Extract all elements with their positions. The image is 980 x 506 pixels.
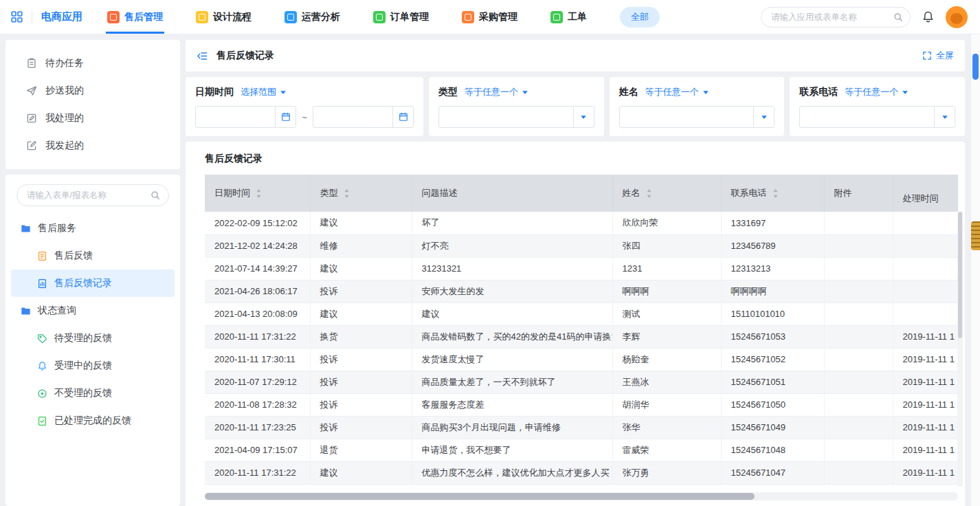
table-row[interactable]: 2022-02-09 15:12:02建议坏了欣欣向荣1331697 — [205, 212, 958, 234]
top-navigation-left: 电商应用 售后管理设计流程运营分析订单管理采购管理工单 全部 — [11, 0, 660, 34]
cell: 坏了 — [412, 212, 612, 234]
column-header[interactable]: 类型 — [310, 175, 412, 212]
table-row[interactable]: 2020-11-11 17:23:25投诉商品购买3个月出现问题，申请维修张华1… — [205, 416, 958, 439]
page-scrollbar-thumb[interactable] — [972, 54, 979, 80]
calendar-icon[interactable] — [275, 107, 296, 127]
table-header-row: 日期时间类型问题描述姓名联系电话附件处理时间 — [205, 175, 958, 212]
sidebar-tree-item[interactable]: 待受理的反馈 — [11, 324, 175, 352]
date-end-input[interactable] — [313, 106, 414, 128]
sidebar-tree-item[interactable]: 已处理完成的反馈 — [11, 407, 175, 434]
filter-operator[interactable]: 等于任意一个 — [645, 86, 709, 98]
app-tab[interactable]: 工单 — [549, 0, 588, 34]
column-header[interactable]: 日期时间 — [205, 175, 310, 212]
global-search-input[interactable] — [771, 12, 893, 22]
user-avatar[interactable] — [946, 6, 968, 28]
sidebar-tree-item[interactable]: 受理中的反馈 — [11, 352, 175, 380]
cell: 31231321 — [412, 257, 612, 280]
filter-select[interactable] — [619, 106, 775, 128]
cell: 123456789 — [721, 234, 824, 257]
fullscreen-label: 全屏 — [936, 50, 954, 62]
cell: 胡润华 — [612, 393, 721, 416]
cell: 建议 — [310, 212, 412, 234]
form-search-input[interactable] — [27, 190, 151, 200]
sidebar-quick-item[interactable]: 抄送我的 — [5, 77, 180, 104]
sidebar-quick-item[interactable]: 我发起的 — [5, 132, 180, 160]
sidebar-tree-item[interactable]: 售后反馈记录 — [11, 270, 175, 297]
app-grid-icon[interactable] — [11, 11, 23, 23]
table-row[interactable]: 2020-11-11 17:31:22建议优惠力度不怎么样，建议优化加大点才更多… — [205, 461, 958, 484]
calendar-icon[interactable] — [392, 107, 413, 127]
table-row[interactable]: 2021-12-02 14:24:28维修灯不亮张四123456789 — [205, 234, 958, 257]
table-row[interactable]: 2020-11-08 17:28:32投诉客服服务态度差胡润华152456710… — [205, 393, 958, 416]
cell: 建议 — [310, 257, 412, 280]
horizontal-scrollbar-thumb[interactable] — [205, 493, 755, 500]
form-search[interactable] — [16, 184, 169, 206]
sort-icon[interactable] — [344, 188, 350, 199]
notification-bell-icon[interactable] — [922, 10, 935, 23]
filter-operator[interactable]: 等于任意一个 — [845, 86, 909, 98]
sidebar-quick-item[interactable]: 待办任务 — [5, 50, 180, 77]
horizontal-scrollbar[interactable] — [205, 492, 958, 500]
cell — [824, 302, 893, 325]
cell: 15110101010 — [721, 302, 824, 325]
app-tab[interactable]: 订单管理 — [372, 0, 430, 34]
filter-operator[interactable]: 选择范围 — [241, 86, 287, 98]
cell: 12313213 — [721, 257, 824, 280]
global-search[interactable] — [761, 7, 911, 28]
cell: 2021-07-14 14:39:27 — [205, 257, 310, 280]
filter-select[interactable] — [438, 106, 594, 128]
form-tree: 售后服务售后反馈售后反馈记录状态查询待受理的反馈受理中的反馈不受理的反馈已处理完… — [5, 214, 180, 434]
table-vertical-scrollbar-thumb[interactable] — [958, 212, 962, 338]
sidebar-tree-item[interactable]: 状态查询 — [11, 297, 175, 324]
date-end-field[interactable] — [313, 112, 392, 122]
search-icon[interactable] — [893, 12, 903, 22]
column-header[interactable]: 联系电话 — [721, 175, 824, 212]
filter-label: 类型 — [438, 86, 458, 98]
table-vertical-scrollbar[interactable] — [957, 212, 963, 487]
sidebar-tree-item[interactable]: 售后服务 — [11, 214, 175, 242]
table-row[interactable]: 2020-11-11 17:31:22换货商品发错码数了，买的42的发的是41码… — [205, 325, 958, 348]
order-app-icon — [373, 11, 386, 23]
date-start-input[interactable] — [195, 106, 296, 128]
table-row[interactable]: 2020-11-07 17:29:12投诉商品质量太差了，一天不到就坏了王燕冰1… — [205, 371, 958, 393]
cell: 啊啊啊 — [612, 280, 721, 302]
cell: 2022-02-09 15:12:02 — [205, 212, 310, 234]
app-tab[interactable]: 采购管理 — [460, 0, 519, 34]
table-row[interactable]: 2021-04-13 20:08:09建议建议测试15110101010 — [205, 302, 958, 325]
table-row[interactable]: 2020-11-11 17:30:11投诉发货速度太慢了杨贻奎152456710… — [205, 348, 958, 371]
cell — [824, 393, 893, 416]
tree-item-label: 受理中的反馈 — [54, 360, 112, 372]
page-title: 售后反馈记录 — [216, 50, 274, 62]
collapse-sidebar-icon[interactable] — [197, 50, 208, 62]
sidebar-tree-item[interactable]: 售后反馈 — [11, 242, 175, 270]
app-tab[interactable]: 运营分析 — [283, 0, 342, 34]
filter-operator[interactable]: 等于任意一个 — [465, 86, 528, 98]
cell: 灯不亮 — [412, 234, 612, 257]
page-scrollbar[interactable] — [970, 34, 980, 506]
app-tab[interactable]: 售后管理 — [106, 0, 164, 34]
initiated-by-me-icon — [26, 140, 37, 151]
cell: 2019-11-11 1 — [893, 348, 958, 371]
cell: 2019-11-11 1 — [893, 461, 958, 484]
column-header[interactable]: 姓名 — [612, 175, 721, 212]
table-row[interactable]: 2021-07-14 14:39:27建议3123132112311231321… — [205, 257, 958, 280]
handled-by-me-icon — [26, 113, 37, 124]
table-row[interactable]: 2021-04-26 18:06:17投诉安师大发生的发啊啊啊啊啊啊啊 — [205, 280, 958, 302]
filter-select[interactable] — [799, 106, 955, 128]
cell: 商品质量太差了，一天不到就坏了 — [412, 371, 612, 393]
fullscreen-button[interactable]: 全屏 — [922, 50, 954, 62]
table-row[interactable]: 2021-04-09 17:15:07退货申请退货，我不想要了雷威荣152456… — [205, 439, 958, 461]
app-tab[interactable]: 设计流程 — [194, 0, 253, 34]
all-apps-button[interactable]: 全部 — [620, 7, 660, 28]
sort-icon[interactable] — [256, 188, 262, 199]
scroll-grip-handle[interactable] — [971, 221, 980, 250]
cell — [824, 371, 893, 393]
tree-item-label: 状态查询 — [38, 305, 76, 317]
sort-icon[interactable] — [772, 188, 779, 199]
workspace-name[interactable]: 电商应用 — [41, 10, 82, 23]
sidebar-quick-item[interactable]: 我处理的 — [5, 104, 180, 132]
sidebar-tree-item[interactable]: 不受理的反馈 — [11, 380, 175, 407]
sort-icon[interactable] — [646, 188, 652, 199]
date-start-field[interactable] — [196, 112, 275, 122]
search-icon[interactable] — [151, 190, 160, 200]
